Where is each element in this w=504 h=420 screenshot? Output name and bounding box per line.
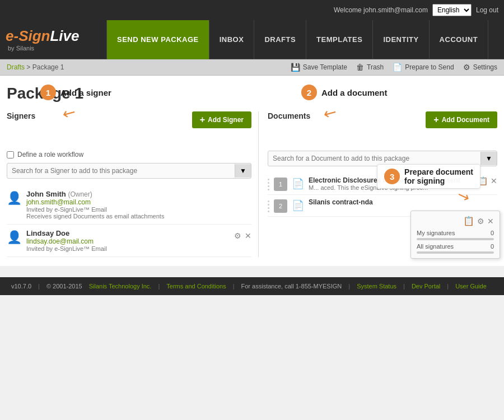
nav-account[interactable]: ACCOUNT [430, 20, 489, 59]
breadcrumb-drafts-link[interactable]: Drafts [7, 63, 25, 71]
add-signer-icon: + [200, 115, 205, 125]
doc-prepare-popup: 📋 ⚙ ✕ My signatures 0 All signatures 0 [410, 211, 500, 259]
all-sigs-label: All signatures [417, 243, 454, 250]
logout-link[interactable]: Log out [476, 6, 498, 14]
footer-user-guide-link[interactable]: User Guide [455, 283, 487, 290]
signer-item: 👤 Lindsay Doe lindsay.doe@mail.com Invit… [7, 225, 251, 257]
doc2-drag-handle[interactable] [268, 200, 269, 212]
doc-search-dropdown[interactable]: ▼ [480, 152, 497, 165]
step3-num: 3 [384, 169, 400, 184]
signer1-email: john.smith@mail.com [26, 198, 251, 206]
role-workflow: Define a role workflow [7, 151, 251, 158]
my-sigs-row: My signatures 0 [417, 230, 494, 236]
add-doc-icon: + [433, 115, 438, 125]
signer-name-row: Lindsay Doe [26, 229, 230, 237]
popup-prepare-icon[interactable]: 📋 [463, 216, 474, 226]
nav-drafts[interactable]: DRAFTS [254, 20, 306, 59]
doc2-num: 2 [274, 199, 287, 213]
trash-button[interactable]: 🗑 Trash [356, 63, 384, 72]
step2-label: Add a document [321, 88, 388, 97]
all-sigs-val: 0 [491, 243, 494, 250]
step3-callout: 3 Prepare documentfor signing [377, 164, 480, 189]
prepare-to-send-button[interactable]: 📄 Prepare to Send [393, 63, 454, 72]
footer: v10.7.0 | © 2001-2015 Silanis Technology… [0, 277, 504, 295]
save-template-label: Save Template [303, 63, 347, 71]
breadcrumb-current: Package 1 [32, 63, 64, 71]
role-workflow-label: Define a role workflow [17, 151, 83, 158]
main-area: 1 Add a signer ↙ Signers + Add Signer De… [7, 111, 497, 257]
signer2-settings-icon[interactable]: ⚙ [234, 231, 241, 240]
welcome-text: Welcome john.smith@mail.com [334, 6, 428, 14]
signer-search-input[interactable] [7, 164, 235, 178]
footer-company-link[interactable]: Silanis Technology Inc. [89, 283, 152, 290]
footer-system-status-link[interactable]: System Status [357, 283, 396, 290]
my-sigs-bar [417, 238, 494, 240]
signer2-actions: ⚙ ✕ [234, 231, 251, 240]
doc1-delete-icon[interactable]: ✕ [491, 176, 497, 185]
step1-label: Add a signer [60, 88, 111, 97]
doc-drag-handle[interactable] [268, 179, 269, 190]
role-workflow-checkbox[interactable] [7, 151, 14, 158]
signer-avatar: 👤 [7, 191, 22, 206]
docs-panel-title: Documents [268, 111, 310, 120]
signer2-delete-icon[interactable]: ✕ [245, 231, 251, 240]
breadcrumb: Drafts > Package 1 [7, 63, 64, 71]
settings-label: Settings [473, 63, 497, 71]
nav-inbox[interactable]: INBOX [209, 20, 255, 59]
docs-header-row: Documents + Add Document [268, 111, 497, 128]
main-nav: SEND NEW PACKAGE INBOX DRAFTS TEMPLATES … [106, 20, 498, 59]
all-sigs-row: All signatures 0 [417, 243, 494, 250]
add-signer-label: Add Signer [208, 116, 244, 124]
my-sigs-label: My signatures [417, 230, 455, 236]
add-document-button[interactable]: + Add Document [426, 111, 497, 128]
step3-arrow: ↘ [455, 187, 472, 205]
popup-delete-icon[interactable]: ✕ [487, 216, 494, 226]
step3-callout-container: 3 Prepare documentfor signing ↘ [377, 164, 480, 203]
prepare-label: Prepare to Send [405, 63, 454, 71]
step2-callout: 2 Add a document [301, 85, 388, 100]
nav-templates[interactable]: TEMPLATES [306, 20, 373, 59]
step3-label: Prepare documentfor signing [404, 167, 473, 185]
signer-search-bar: ▼ [7, 163, 251, 179]
my-sigs-val: 0 [491, 230, 494, 236]
doc-file-icon: 📄 [292, 178, 304, 190]
popup-actions: 📋 ⚙ ✕ [417, 216, 494, 226]
step1-num: 1 [40, 85, 56, 100]
popup-settings-icon[interactable]: ⚙ [477, 216, 484, 226]
footer-dev-portal-link[interactable]: Dev Portal [412, 283, 440, 290]
doc2-item-wrapper: 2 📄 Silanis contract-nda 3 Prepare docum… [268, 195, 497, 217]
all-sigs-bar [417, 251, 494, 254]
logo-sub: by Silanis [8, 45, 95, 52]
signer2-email: lindsay.doe@mail.com [26, 237, 230, 245]
doc1-actions: 📋 ✕ [478, 176, 497, 185]
footer-copyright: © 2001-2015 [46, 283, 82, 290]
logo-live: Live [50, 27, 79, 44]
footer-assistance: For assistance, call 1-855-MYESIGN [241, 283, 342, 290]
signer1-name: John Smith [26, 190, 66, 198]
signer-info: John Smith (Owner) john.smith@mail.com I… [26, 190, 251, 220]
add-signer-button[interactable]: + Add Signer [192, 111, 251, 128]
signer-search-dropdown[interactable]: ▼ [235, 164, 251, 178]
footer-terms-link[interactable]: Terms and Conditions [166, 283, 226, 290]
breadcrumb-actions: 💾 Save Template 🗑 Trash 📄 Prepare to Sen… [291, 63, 497, 72]
logo-e: e- [6, 27, 18, 44]
breadcrumb-sep: > [26, 63, 32, 71]
nav-send-new-package[interactable]: SEND NEW PACKAGE [106, 20, 209, 59]
settings-button[interactable]: ⚙ Settings [463, 63, 497, 72]
save-template-button[interactable]: 💾 Save Template [291, 63, 347, 72]
signer2-invited: Invited by e-SignLive™ Email [26, 245, 230, 252]
logo-area: e-SignLive by Silanis [6, 27, 95, 52]
footer-version: v10.7.0 [11, 283, 31, 290]
documents-panel: 2 Add a document ↙ Documents + Add Docum… [259, 111, 497, 257]
signer2-name: Lindsay Doe [26, 229, 69, 237]
language-select[interactable]: English [432, 4, 472, 16]
signers-panel: 1 Add a signer ↙ Signers + Add Signer De… [7, 111, 259, 257]
trash-icon: 🗑 [356, 63, 364, 72]
logo: e-SignLive [6, 27, 95, 45]
signers-header-row: Signers + Add Signer [7, 111, 251, 128]
doc2-file-icon: 📄 [292, 199, 304, 212]
signers-panel-title: Signers [7, 111, 35, 120]
logo-sign: Sign [18, 27, 50, 44]
signer-avatar: 👤 [7, 230, 22, 245]
nav-identity[interactable]: IDENTITY [373, 20, 429, 59]
